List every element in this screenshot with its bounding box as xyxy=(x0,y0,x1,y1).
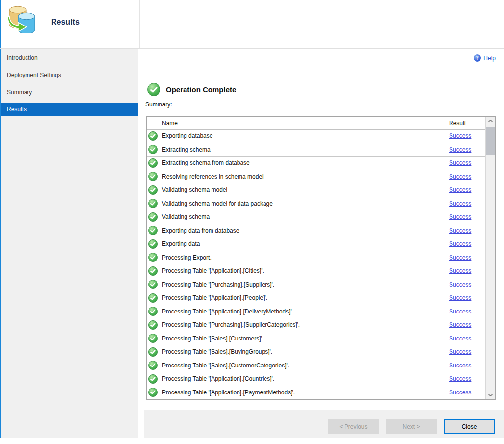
result-success-link[interactable]: Success xyxy=(449,308,471,315)
scrollbar-thumb[interactable] xyxy=(486,127,495,155)
operation-status-heading: Operation Complete xyxy=(166,85,236,94)
result-success-link[interactable]: Success xyxy=(449,348,471,355)
result-success-link[interactable]: Success xyxy=(449,173,471,180)
task-name: Validating schema model xyxy=(159,183,440,197)
task-name: Extracting schema xyxy=(159,143,440,157)
success-check-icon xyxy=(148,388,158,397)
task-name: Processing Table '[Application].[Deliver… xyxy=(159,305,440,318)
table-row[interactable]: Processing Table '[Sales].[Customers]'. … xyxy=(147,332,485,346)
wizard-header: Results xyxy=(1,0,504,48)
task-name: Processing Table '[Application].[Countri… xyxy=(159,372,440,386)
table-row[interactable]: Processing Table '[Purchasing].[Supplier… xyxy=(147,318,485,332)
table-row[interactable]: Exporting data Success xyxy=(147,237,485,251)
sidebar-item-deployment-settings[interactable]: Deployment Settings xyxy=(1,69,138,81)
task-name: Processing Table '[Sales].[BuyingGroups]… xyxy=(159,345,440,359)
table-row[interactable]: Validating schema Success xyxy=(147,210,485,224)
success-check-icon xyxy=(148,347,158,357)
success-check-icon xyxy=(148,212,158,222)
result-success-link[interactable]: Success xyxy=(449,389,471,396)
next-button[interactable]: Next > xyxy=(386,419,437,434)
table-row[interactable]: Extracting schema Success xyxy=(147,143,485,157)
task-name: Validating schema model for data package xyxy=(159,197,440,210)
result-success-link[interactable]: Success xyxy=(449,240,471,247)
table-row[interactable]: Processing Table '[Application].[Deliver… xyxy=(147,305,485,319)
table-row[interactable]: Processing Export. Success xyxy=(147,251,485,265)
table-row[interactable]: Extracting schema from database Success xyxy=(147,157,485,170)
task-name: Processing Table '[Application].[People]… xyxy=(159,291,440,305)
wizard-footer: < PreviousNext >Close xyxy=(144,410,504,438)
success-check-icon xyxy=(148,172,158,181)
help-label: Help xyxy=(483,55,496,62)
task-name: Processing Table '[Sales].[CustomerCateg… xyxy=(159,359,440,372)
task-name: Processing Table '[Application].[Cities]… xyxy=(159,264,440,278)
results-page-content: ? Help Operation Complete Summary: Name … xyxy=(139,49,504,411)
success-check-icon xyxy=(148,334,158,343)
result-success-link[interactable]: Success xyxy=(449,267,471,274)
result-success-link[interactable]: Success xyxy=(449,159,471,166)
table-row[interactable]: Processing Table '[Sales].[BuyingGroups]… xyxy=(147,345,485,359)
scroll-up-icon[interactable] xyxy=(486,117,495,125)
help-link[interactable]: ? Help xyxy=(474,54,496,62)
result-success-link[interactable]: Success xyxy=(449,362,471,369)
result-success-link[interactable]: Success xyxy=(449,335,471,342)
task-name: Exporting database xyxy=(159,130,440,143)
result-success-link[interactable]: Success xyxy=(449,254,471,261)
result-success-link[interactable]: Success xyxy=(449,132,471,139)
result-success-link[interactable]: Success xyxy=(449,227,471,234)
result-success-link[interactable]: Success xyxy=(449,200,471,207)
result-success-link[interactable]: Success xyxy=(449,281,471,288)
table-row[interactable]: Processing Table '[Application].[Payment… xyxy=(147,386,485,400)
table-row[interactable]: Validating schema model Success xyxy=(147,183,485,197)
success-check-icon xyxy=(148,131,158,141)
result-success-link[interactable]: Success xyxy=(449,294,471,301)
success-check-icon xyxy=(148,145,158,154)
sidebar-item-label: Deployment Settings xyxy=(7,72,61,78)
success-check-icon xyxy=(148,199,158,208)
name-column-header[interactable]: Name xyxy=(159,117,440,129)
table-row[interactable]: Processing Table '[Application].[Cities]… xyxy=(147,264,485,278)
table-body: Exporting database Success Extracting sc… xyxy=(147,130,485,399)
result-column-header[interactable]: Result xyxy=(440,117,485,129)
result-success-link[interactable]: Success xyxy=(449,186,471,193)
task-name: Exporting data from database xyxy=(159,224,440,237)
result-success-link[interactable]: Success xyxy=(449,321,471,328)
task-name: Processing Table '[Purchasing].[Supplier… xyxy=(159,278,440,291)
table-row[interactable]: Processing Table '[Application].[People]… xyxy=(147,291,485,305)
table-row[interactable]: Resolving references in schema model Suc… xyxy=(147,170,485,184)
sidebar-item-introduction[interactable]: Introduction xyxy=(1,52,138,64)
sidebar-item-results[interactable]: Results xyxy=(1,103,138,116)
results-table: Name Result Exporting database Success E… xyxy=(146,116,496,400)
task-name: Exporting data xyxy=(159,237,440,251)
table-row[interactable]: Exporting data from database Success xyxy=(147,224,485,238)
database-export-icon xyxy=(7,4,35,33)
table-row[interactable]: Processing Table '[Application].[Countri… xyxy=(147,372,485,386)
result-success-link[interactable]: Success xyxy=(449,146,471,153)
table-row[interactable]: Processing Table '[Purchasing].[Supplier… xyxy=(147,278,485,292)
close-button[interactable]: Close xyxy=(444,419,495,434)
success-check-icon xyxy=(148,239,158,249)
task-name: Resolving references in schema model xyxy=(159,170,440,183)
scroll-down-icon[interactable] xyxy=(486,391,495,399)
icon-column-header xyxy=(147,117,159,129)
table-row[interactable]: Exporting database Success xyxy=(147,130,485,143)
header-separator xyxy=(139,0,140,48)
task-name: Validating schema xyxy=(159,210,440,224)
help-icon: ? xyxy=(474,54,481,62)
result-success-link[interactable]: Success xyxy=(449,213,471,220)
vertical-scrollbar[interactable] xyxy=(485,117,495,399)
task-name: Processing Table '[Sales].[Customers]'. xyxy=(159,332,440,345)
success-check-icon xyxy=(148,293,158,303)
wizard-steps-sidebar: Introduction Deployment Settings Summary… xyxy=(1,49,138,438)
sidebar-item-label: Summary xyxy=(7,89,32,96)
table-row[interactable]: Validating schema model for data package… xyxy=(147,197,485,211)
task-name: Processing Table '[Purchasing].[Supplier… xyxy=(159,318,440,332)
success-check-icon xyxy=(148,185,158,195)
result-success-link[interactable]: Success xyxy=(449,375,471,382)
success-check-icon xyxy=(148,280,158,289)
success-check-icon xyxy=(148,253,158,262)
table-row[interactable]: Processing Table '[Sales].[CustomerCateg… xyxy=(147,359,485,373)
previous-button[interactable]: < Previous xyxy=(328,419,379,434)
operation-complete-check-icon xyxy=(147,83,160,96)
success-check-icon xyxy=(148,307,158,316)
sidebar-item-summary[interactable]: Summary xyxy=(1,86,138,99)
